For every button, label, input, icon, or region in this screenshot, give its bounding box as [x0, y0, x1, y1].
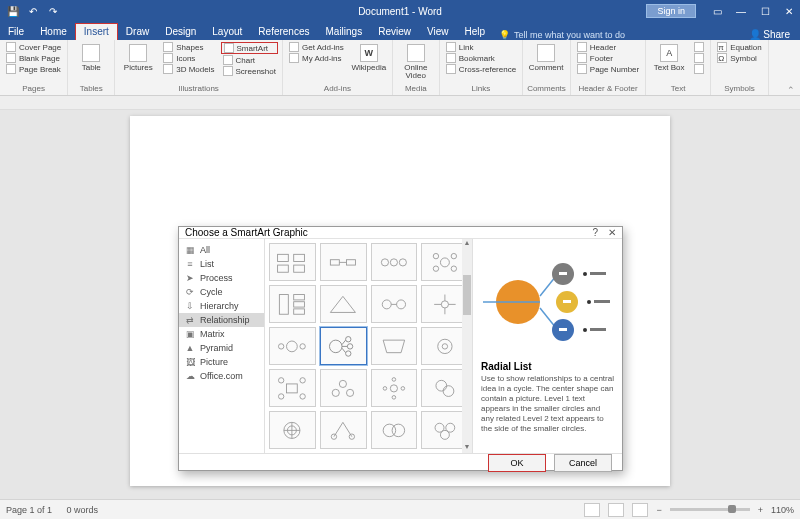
wikipedia-button[interactable]: WWikipedia [350, 42, 388, 72]
shapes-button[interactable]: Shapes [161, 42, 216, 52]
gallery-thumb[interactable] [421, 369, 468, 407]
bookmark-button[interactable]: Bookmark [444, 53, 518, 63]
footer-button[interactable]: Footer [575, 53, 641, 63]
blank-page-button[interactable]: Blank Page [4, 53, 63, 63]
gallery-thumb[interactable] [320, 285, 367, 323]
gallery-thumb[interactable] [371, 411, 418, 449]
redo-icon[interactable]: ↷ [46, 4, 60, 18]
textbox-button[interactable]: AText Box [650, 42, 688, 72]
tab-layout[interactable]: Layout [204, 24, 250, 40]
nav-list[interactable]: ≡List [179, 257, 264, 271]
gallery-thumb[interactable] [371, 243, 418, 281]
cross-ref-button[interactable]: Cross-reference [444, 64, 518, 74]
tab-view[interactable]: View [419, 24, 457, 40]
zoom-slider-thumb[interactable] [728, 505, 736, 513]
gallery-scrollbar[interactable]: ▲ ▼ [462, 239, 472, 453]
gallery-thumb[interactable] [421, 411, 468, 449]
gallery-thumb[interactable] [371, 327, 418, 365]
gallery-thumb[interactable] [421, 285, 468, 323]
cover-page-button[interactable]: Cover Page [4, 42, 63, 52]
comment-button[interactable]: Comment [527, 42, 565, 72]
zoom-level[interactable]: 110% [771, 505, 794, 515]
nav-pyramid[interactable]: ▲Pyramid [179, 341, 264, 355]
tab-home[interactable]: Home [32, 24, 75, 40]
get-addins-button[interactable]: Get Add-ins [287, 42, 346, 52]
equation-button[interactable]: πEquation [715, 42, 764, 52]
nav-relationship[interactable]: ⇄Relationship [179, 313, 264, 327]
drop-cap-button[interactable] [692, 64, 706, 74]
collapse-ribbon-icon[interactable]: ⌃ [782, 40, 800, 95]
help-icon[interactable]: ? [592, 227, 598, 238]
zoom-out-icon[interactable]: − [656, 505, 661, 515]
status-words[interactable]: 0 words [67, 505, 99, 515]
smartart-button[interactable]: SmartArt [221, 42, 278, 54]
gallery-thumb[interactable] [371, 369, 418, 407]
tell-me[interactable]: 💡Tell me what you want to do [499, 30, 625, 40]
nav-process[interactable]: ➤Process [179, 271, 264, 285]
nav-officecom[interactable]: ☁Office.com [179, 369, 264, 383]
share-button[interactable]: 👤 Share [739, 29, 800, 40]
my-addins-button[interactable]: My Add-ins [287, 53, 346, 63]
gallery-thumb[interactable] [421, 327, 468, 365]
gallery-thumb[interactable] [269, 243, 316, 281]
gallery-thumb[interactable] [421, 243, 468, 281]
view-web-layout-icon[interactable] [632, 503, 648, 517]
close-icon[interactable]: ✕ [778, 0, 800, 22]
maximize-icon[interactable]: ☐ [754, 0, 776, 22]
link-button[interactable]: Link [444, 42, 518, 52]
status-page[interactable]: Page 1 of 1 [6, 505, 52, 515]
tab-insert[interactable]: Insert [75, 23, 118, 40]
gallery-thumb[interactable] [320, 411, 367, 449]
gallery-thumb[interactable] [371, 285, 418, 323]
gallery-thumb-selected[interactable] [320, 327, 367, 365]
nav-matrix[interactable]: ▣Matrix [179, 327, 264, 341]
tab-draw[interactable]: Draw [118, 24, 157, 40]
cancel-button[interactable]: Cancel [554, 454, 612, 472]
gallery-thumb[interactable] [269, 369, 316, 407]
page-number-button[interactable]: Page Number [575, 64, 641, 74]
screenshot-button[interactable]: Screenshot [221, 66, 278, 76]
save-icon[interactable]: 💾 [6, 4, 20, 18]
zoom-slider[interactable] [670, 508, 750, 511]
tab-design[interactable]: Design [157, 24, 204, 40]
tab-mailings[interactable]: Mailings [317, 24, 370, 40]
3d-models-button[interactable]: 3D Models [161, 64, 216, 74]
wordart-button[interactable] [692, 53, 706, 63]
gallery-thumb[interactable] [320, 243, 367, 281]
gallery-thumb[interactable] [269, 327, 316, 365]
quick-parts-button[interactable] [692, 42, 706, 52]
tab-file[interactable]: File [0, 24, 32, 40]
page-break-button[interactable]: Page Break [4, 64, 63, 74]
close-dialog-icon[interactable]: ✕ [608, 227, 616, 238]
undo-icon[interactable]: ↶ [26, 4, 40, 18]
nav-all[interactable]: ▦All [179, 243, 264, 257]
gallery-thumb[interactable] [269, 411, 316, 449]
tab-references[interactable]: References [250, 24, 317, 40]
gallery-thumb[interactable] [320, 369, 367, 407]
scrollbar-thumb[interactable] [463, 275, 471, 315]
icons-button[interactable]: Icons [161, 53, 216, 63]
dialog-titlebar[interactable]: Choose a SmartArt Graphic ? ✕ [179, 227, 622, 239]
nav-hierarchy[interactable]: ⇩Hierarchy [179, 299, 264, 313]
tab-review[interactable]: Review [370, 24, 419, 40]
minimize-icon[interactable]: ― [730, 0, 752, 22]
chart-button[interactable]: Chart [221, 55, 278, 65]
ok-button[interactable]: OK [488, 454, 546, 472]
tab-help[interactable]: Help [456, 24, 493, 40]
signin-button[interactable]: Sign in [646, 4, 696, 18]
scroll-down-icon[interactable]: ▼ [462, 443, 472, 453]
header-button[interactable]: Header [575, 42, 641, 52]
ribbon-options-icon[interactable]: ▭ [706, 0, 728, 22]
view-print-layout-icon[interactable] [608, 503, 624, 517]
ruler[interactable] [0, 96, 800, 110]
view-read-mode-icon[interactable] [584, 503, 600, 517]
gallery-thumb[interactable] [269, 285, 316, 323]
online-video-button[interactable]: Online Video [397, 42, 435, 80]
nav-cycle[interactable]: ⟳Cycle [179, 285, 264, 299]
nav-picture[interactable]: 🖼Picture [179, 355, 264, 369]
pictures-button[interactable]: Pictures [119, 42, 157, 72]
symbol-button[interactable]: ΩSymbol [715, 53, 764, 63]
zoom-in-icon[interactable]: + [758, 505, 763, 515]
scroll-up-icon[interactable]: ▲ [462, 239, 472, 249]
table-button[interactable]: Table [72, 42, 110, 72]
